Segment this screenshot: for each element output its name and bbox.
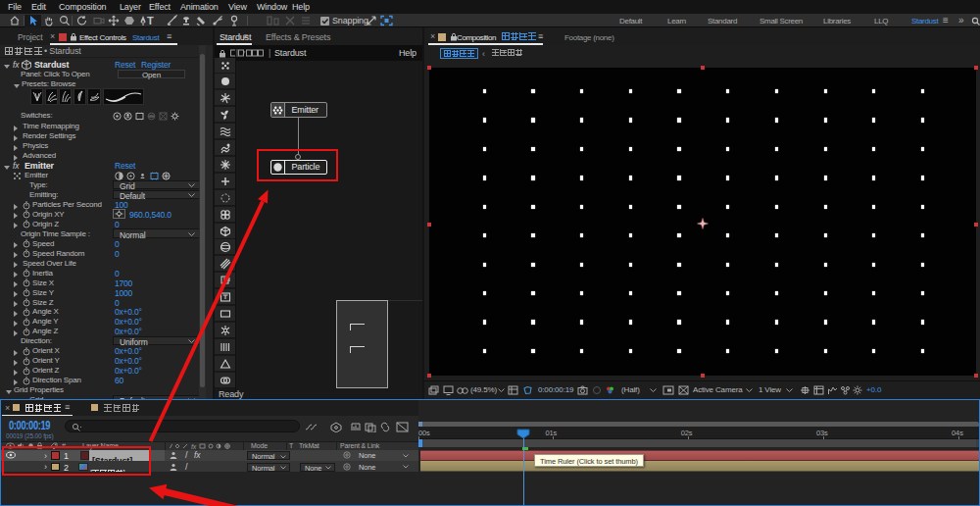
svg-text:fx: fx [191, 443, 197, 450]
